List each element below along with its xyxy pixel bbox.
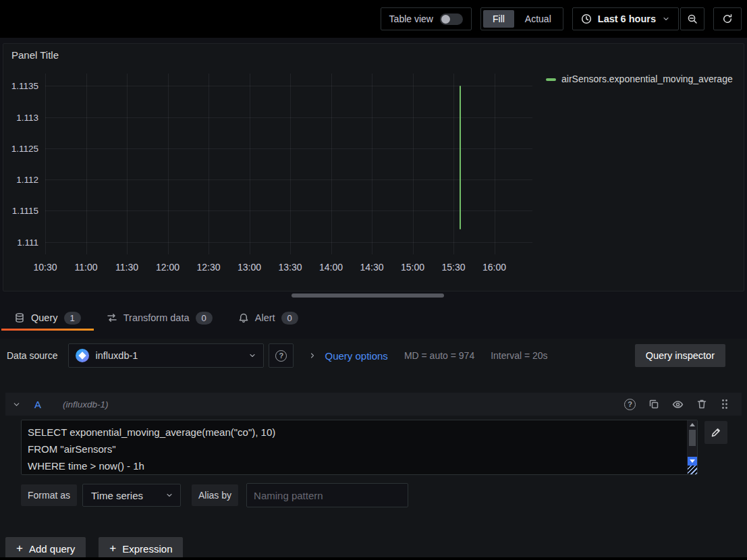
y-tick-label: 1.1115 bbox=[12, 206, 38, 216]
help-icon[interactable] bbox=[624, 399, 636, 410]
duplicate-icon[interactable] bbox=[648, 399, 659, 410]
horizontal-scrollbar bbox=[3, 293, 744, 298]
gridline bbox=[127, 74, 128, 254]
y-axis: 1.11351.1131.11251.1121.11151.111 bbox=[11, 74, 45, 254]
chart-legend[interactable]: airSensors.exponential_moving_average bbox=[532, 65, 736, 291]
gridline bbox=[250, 74, 250, 254]
datasource-picker[interactable]: influxdb-1 bbox=[68, 343, 264, 368]
time-range-picker[interactable]: Last 6 hours bbox=[572, 7, 679, 30]
add-query-button[interactable]: Add query bbox=[5, 537, 86, 560]
alias-input[interactable] bbox=[246, 483, 408, 507]
query-inspector-button[interactable]: Query inspector bbox=[635, 344, 725, 367]
database-icon bbox=[14, 312, 25, 323]
gridline bbox=[209, 74, 209, 254]
scrollbar-track[interactable] bbox=[688, 429, 697, 457]
tab-alert-count: 0 bbox=[281, 312, 298, 325]
zoom-out-icon bbox=[687, 13, 698, 24]
legend-series-label[interactable]: airSensors.exponential_moving_average bbox=[561, 74, 733, 84]
toolbar: Table view Fill Actual Last 6 hours bbox=[0, 0, 747, 38]
format-as-value: Time series bbox=[91, 490, 143, 501]
gridline bbox=[45, 242, 532, 243]
chevron-down-icon bbox=[248, 352, 256, 360]
gridline bbox=[372, 74, 372, 254]
x-tick-label: 10:30 bbox=[33, 262, 57, 273]
tab-query-count: 1 bbox=[64, 312, 81, 325]
query-options: Query options MD = auto = 974 Interval =… bbox=[308, 350, 547, 362]
collapse-chevron-icon[interactable] bbox=[12, 400, 21, 409]
time-series-chart: 1.11351.1131.11251.1121.11151.111 10:301… bbox=[11, 65, 532, 291]
refresh-button[interactable] bbox=[713, 7, 742, 30]
query-row-actions bbox=[624, 398, 736, 410]
chevron-down-icon bbox=[662, 15, 670, 23]
gridline bbox=[168, 74, 169, 254]
time-range-label: Last 6 hours bbox=[598, 13, 656, 24]
datasource-label: Data source bbox=[7, 350, 57, 361]
tab-query-label: Query bbox=[31, 312, 58, 323]
fill-button[interactable]: Fill bbox=[483, 10, 514, 28]
x-tick-label: 13:30 bbox=[278, 262, 302, 273]
scroll-down-button[interactable] bbox=[688, 457, 697, 466]
plot-area[interactable] bbox=[45, 74, 532, 254]
trash-icon[interactable] bbox=[696, 399, 707, 410]
expression-label: Expression bbox=[122, 543, 172, 555]
query-text[interactable]: SELECT exponential_moving_average(mean("… bbox=[22, 420, 687, 474]
table-view-toggle-group[interactable]: Table view bbox=[381, 7, 472, 30]
scrollbar-thumb[interactable] bbox=[292, 293, 444, 298]
panel-title[interactable]: Panel Title bbox=[11, 49, 736, 65]
textarea-scrollbar bbox=[687, 420, 697, 474]
tab-query[interactable]: Query 1 bbox=[1, 305, 94, 331]
table-view-label: Table view bbox=[389, 13, 433, 24]
plus-icon bbox=[109, 542, 116, 555]
alias-by-label: Alias by bbox=[192, 484, 238, 506]
bell-icon bbox=[238, 312, 249, 323]
hide-response-eye-icon[interactable] bbox=[672, 399, 684, 410]
x-axis: 10:3011:0011:3012:0012:3013:0013:3014:00… bbox=[45, 254, 532, 276]
gridline bbox=[331, 74, 332, 254]
actual-button[interactable]: Actual bbox=[516, 10, 561, 28]
x-tick-label: 12:30 bbox=[196, 262, 220, 273]
raw-query-textarea[interactable]: SELECT exponential_moving_average(mean("… bbox=[21, 420, 698, 475]
edit-query-button[interactable] bbox=[704, 421, 727, 444]
refresh-icon bbox=[722, 13, 733, 24]
scroll-up-button[interactable] bbox=[688, 420, 697, 429]
format-row: Format as Time series Alias by bbox=[21, 483, 747, 507]
format-as-select[interactable]: Time series bbox=[82, 484, 181, 507]
y-tick-label: 1.1135 bbox=[11, 81, 38, 91]
tab-transform[interactable]: Transform data 0 bbox=[94, 305, 225, 331]
chart-main: 1.11351.1131.11251.1121.11151.111 bbox=[11, 74, 532, 254]
query-options-link[interactable]: Query options bbox=[325, 350, 387, 362]
pencil-icon bbox=[711, 427, 721, 438]
query-row-header[interactable]: A (influxdb-1) bbox=[5, 393, 742, 416]
zoom-out-button[interactable] bbox=[680, 7, 704, 30]
scrollbar-thumb[interactable] bbox=[689, 430, 696, 446]
y-tick-label: 1.113 bbox=[16, 112, 38, 122]
tab-transform-label: Transform data bbox=[123, 312, 190, 323]
add-expression-button[interactable]: Expression bbox=[99, 537, 183, 560]
x-tick-label: 16:00 bbox=[482, 262, 506, 273]
triangle-up-icon bbox=[690, 423, 695, 426]
query-line-3: WHERE time > now() - 1h bbox=[28, 457, 681, 474]
chevron-down-icon bbox=[165, 491, 173, 499]
x-tick-label: 14:30 bbox=[360, 262, 383, 273]
x-tick-label: 15:30 bbox=[441, 262, 465, 273]
add-query-label: Add query bbox=[29, 543, 75, 555]
max-data-points-text: MD = auto = 974 bbox=[404, 350, 474, 361]
x-tick-label: 12:00 bbox=[156, 262, 179, 273]
question-circle-icon bbox=[624, 399, 636, 410]
plus-icon bbox=[16, 542, 23, 555]
actions-row: Add query Expression bbox=[5, 537, 747, 560]
datasource-help-button[interactable] bbox=[269, 343, 294, 368]
gridline bbox=[290, 74, 291, 254]
chevron-right-icon[interactable] bbox=[308, 352, 316, 360]
resize-grip[interactable] bbox=[688, 466, 697, 474]
query-section: Data source influxdb-1 Query options MD … bbox=[0, 339, 747, 560]
x-tick-label: 11:30 bbox=[115, 262, 138, 273]
drag-handle-icon[interactable] bbox=[720, 398, 729, 410]
question-circle-icon bbox=[275, 350, 287, 362]
tab-alert[interactable]: Alert 0 bbox=[225, 305, 311, 331]
query-ref-id[interactable]: A bbox=[34, 399, 41, 410]
gridline bbox=[45, 74, 46, 254]
table-view-switch-icon[interactable] bbox=[440, 13, 463, 25]
transform-icon bbox=[107, 312, 117, 323]
fill-actual-group: Fill Actual bbox=[480, 7, 563, 30]
